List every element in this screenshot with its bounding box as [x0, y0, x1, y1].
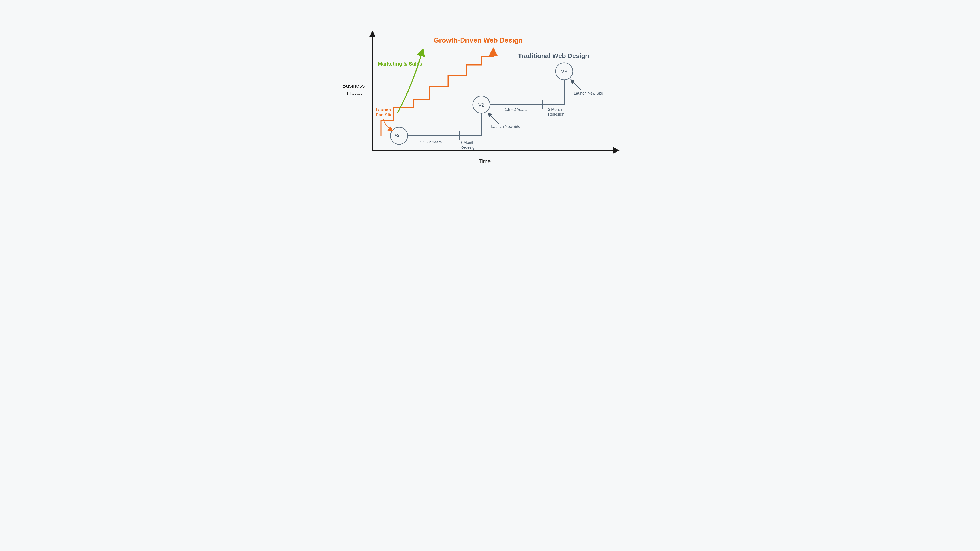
label-redesign2-l1: 3 Month	[548, 107, 562, 112]
launchpad-line2: Pad Site	[375, 113, 393, 117]
label-launch-v3: Launch New Site	[574, 91, 603, 95]
launchpad-pointer: Launch Pad Site	[375, 107, 393, 130]
y-axis-label-1: Business	[342, 83, 365, 89]
marketing-curve-path	[398, 51, 422, 113]
label-redesign2-l2: Redesign	[548, 112, 564, 116]
node-v2-label: V2	[478, 102, 484, 108]
label-gap1: 1.5 - 2 Years	[420, 140, 442, 144]
traditional-path: Site V2 V3	[390, 63, 573, 144]
node-site-label: Site	[395, 133, 403, 138]
label-gap2: 1.5 - 2 Years	[505, 107, 527, 112]
label-redesign1-l2: Redesign	[460, 145, 477, 149]
diagram-stage: Business Impact Time Site V2 V3 1.5 - 2 …	[327, 0, 653, 184]
marketing-label: Marketing & Sales	[378, 61, 422, 67]
title-traditional: Traditional Web Design	[518, 52, 589, 59]
node-v3-label: V3	[561, 68, 567, 74]
launchpad-line1: Launch	[375, 107, 391, 112]
label-redesign1-l1: 3 Month	[460, 140, 474, 145]
x-axis-label: Time	[479, 158, 491, 165]
diagram-svg: Business Impact Time Site V2 V3 1.5 - 2 …	[327, 0, 653, 184]
label-launch-v2: Launch New Site	[491, 124, 520, 129]
title-gdd: Growth-Driven Web Design	[434, 36, 523, 44]
y-axis-label-2: Impact	[345, 89, 362, 96]
arrow-pointer-icon	[572, 81, 581, 90]
pointer-v3: Launch New Site	[572, 81, 603, 95]
marketing-curve: Marketing & Sales	[378, 51, 422, 113]
pointer-v2: Launch New Site	[489, 114, 520, 129]
arrow-pointer-icon	[489, 114, 499, 124]
